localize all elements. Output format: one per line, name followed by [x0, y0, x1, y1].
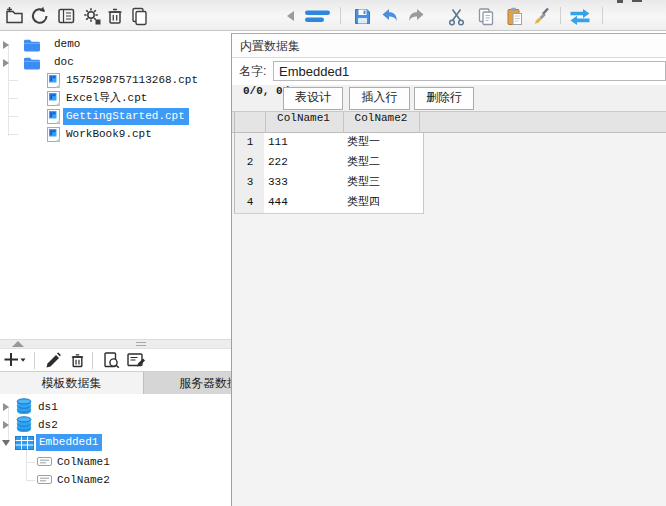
cut-icon: [446, 6, 467, 27]
table-cell[interactable]: 类型四: [343, 193, 424, 214]
toolbar-divider: [340, 7, 341, 24]
table-cell[interactable]: 类型三: [343, 173, 424, 194]
cut-button[interactable]: [444, 4, 468, 28]
dataset-item-label: ds1: [38, 400, 58, 415]
add-dataset-button[interactable]: [2, 350, 28, 370]
dataset-field-colname2[interactable]: ColName2: [0, 471, 230, 489]
dialog-button-row: 0/0, 0/0 表设计 插入行 删除行: [232, 85, 666, 111]
refresh-button[interactable]: [28, 4, 52, 28]
table-cell[interactable]: 333: [264, 173, 348, 194]
tree-item-report-selected[interactable]: GettingStarted.cpt: [0, 108, 230, 126]
row-index-cell[interactable]: 4: [234, 193, 266, 214]
tree-item-demo[interactable]: demo: [0, 36, 230, 54]
embedded-table-icon: [15, 436, 34, 450]
redo-button[interactable]: [404, 4, 428, 28]
row-index-cell[interactable]: 2: [234, 153, 266, 174]
collapse-caret-icon[interactable]: [2, 440, 10, 446]
edit-dataset-button[interactable]: [42, 350, 64, 370]
dialog-title: 内置数据集: [232, 34, 666, 58]
expand-caret-icon[interactable]: [3, 59, 9, 67]
edit-sql-button[interactable]: [125, 350, 147, 370]
table-cell[interactable]: 类型二: [343, 153, 424, 174]
name-label: 名字:: [239, 58, 266, 85]
dataset-toolbar: [0, 349, 231, 371]
dataset-item-label: Embedded1: [36, 434, 102, 451]
tree-item-label: WorkBook9.cpt: [66, 127, 152, 142]
cpt-file-icon: [47, 127, 60, 142]
tree-item-report[interactable]: WorkBook9.cpt: [0, 126, 230, 144]
refresh-icon: [29, 5, 51, 27]
dataset-item-ds1[interactable]: ds1: [0, 398, 230, 416]
undo-icon: [379, 6, 400, 27]
copy-template-button[interactable]: [127, 4, 151, 28]
tree-item-report[interactable]: 1575298757113268.cpt: [0, 72, 230, 90]
cpt-file-icon: [47, 109, 60, 124]
menu-icon: [304, 7, 332, 25]
panel-splitter[interactable]: [0, 339, 231, 349]
dataset-field-colname1[interactable]: ColName1: [0, 453, 230, 471]
template-list-icon: [55, 5, 77, 27]
dataset-item-embedded1-selected[interactable]: Embedded1: [0, 434, 230, 452]
preview-dataset-button[interactable]: [100, 350, 122, 370]
format-painter-button[interactable]: [529, 4, 553, 28]
delete-template-button[interactable]: [103, 4, 127, 28]
field-icon: [37, 475, 52, 484]
format-painter-icon: [531, 6, 552, 27]
tree-item-label: doc: [54, 55, 74, 70]
table-column-header[interactable]: ColName1: [264, 111, 344, 134]
table-cell[interactable]: 111: [264, 133, 348, 154]
menu-button[interactable]: [303, 4, 333, 28]
table-cell[interactable]: 444: [264, 193, 348, 214]
dataset-tabbar: 模板数据集 服务器数据集: [0, 371, 231, 394]
collapse-panel-button[interactable]: [283, 4, 297, 28]
save-button[interactable]: [350, 4, 374, 28]
row-index-cell[interactable]: 1: [234, 133, 266, 154]
tab-template-dataset[interactable]: 模板数据集: [0, 372, 143, 395]
paste-button[interactable]: [502, 4, 526, 28]
table-cell[interactable]: 222: [264, 153, 348, 174]
expand-caret-icon[interactable]: [3, 421, 9, 429]
template-list-button[interactable]: [54, 4, 78, 28]
settings-button[interactable]: [80, 4, 104, 28]
dataset-item-label: ColName2: [57, 473, 110, 488]
table-corner-header[interactable]: [234, 111, 266, 134]
table-column-header[interactable]: ColName2: [343, 111, 420, 134]
top-toolbar: [0, 0, 666, 31]
expand-caret-icon[interactable]: [3, 403, 9, 411]
table-cell[interactable]: 类型一: [343, 133, 424, 154]
tree-item-doc[interactable]: doc: [0, 54, 230, 72]
dataset-name-row: 名字:: [232, 58, 666, 85]
delete-row-button[interactable]: 删除行: [414, 87, 474, 110]
clipped-glyph-fragment: [617, 0, 623, 3]
cpt-file-icon: [47, 91, 60, 106]
clipped-glyph-fragment: [632, 0, 642, 2]
undo-button[interactable]: [377, 4, 401, 28]
save-icon: [352, 6, 373, 27]
copy-icon: [128, 5, 150, 27]
paste-icon: [504, 6, 525, 27]
database-icon: [16, 398, 32, 415]
new-folder-button[interactable]: [2, 4, 26, 28]
delete-dataset-button[interactable]: [66, 350, 88, 370]
dataset-item-ds2[interactable]: ds2: [0, 416, 230, 434]
expand-caret-icon[interactable]: [3, 41, 9, 49]
collapse-up-icon[interactable]: [12, 341, 24, 347]
toolbar-divider: [34, 352, 35, 369]
tree-item-label: 1575298757113268.cpt: [66, 73, 198, 88]
table-design-button[interactable]: 表设计: [283, 87, 343, 110]
toolbar-divider: [602, 7, 603, 24]
row-index-cell[interactable]: 3: [234, 173, 266, 194]
cpt-file-icon: [47, 73, 60, 88]
sync-icon: [568, 7, 592, 26]
toolbar-divider: [92, 352, 93, 369]
tree-item-report[interactable]: Excel导入.cpt: [0, 90, 230, 108]
new-folder-icon: [3, 5, 25, 27]
copy-content-button[interactable]: [473, 4, 497, 28]
sync-button[interactable]: [566, 4, 594, 28]
add-dataset-icon: [3, 351, 27, 369]
insert-row-button[interactable]: 插入行: [349, 87, 410, 110]
delete-dataset-icon: [68, 351, 87, 370]
settings-icon: [81, 5, 103, 27]
dataset-name-input[interactable]: [273, 61, 666, 81]
field-icon: [37, 457, 52, 466]
